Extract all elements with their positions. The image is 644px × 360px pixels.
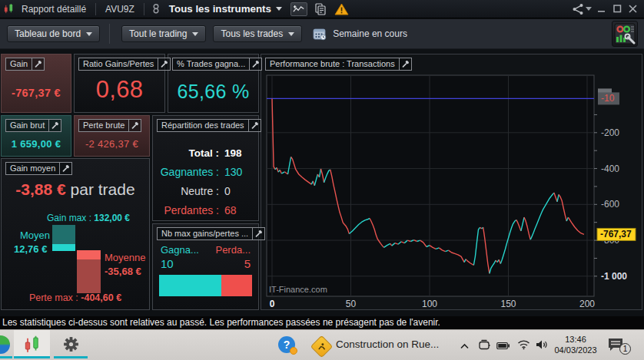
trading-scope-dropdown[interactable]: Tout le trading <box>121 25 206 42</box>
chevron-down-icon <box>86 32 92 36</box>
avg-gain-header[interactable]: Gain moyen <box>5 162 72 175</box>
instruments-dropdown-label: Tous les instruments <box>169 3 271 15</box>
avg-loss-label: Moyenne <box>105 252 145 263</box>
dashboard-dropdown-label: Tableau de bord <box>15 28 81 39</box>
distribution-header[interactable]: Répartition des trades <box>157 119 261 132</box>
battery-icon[interactable] <box>496 340 510 354</box>
ratio-panel-header[interactable]: Ratio Gains/Pertes <box>78 58 171 71</box>
wifi-icon[interactable] <box>517 339 530 353</box>
pct-winning-panel-header[interactable]: % Trades gagna... <box>172 58 262 71</box>
chevron-down-icon <box>276 7 282 11</box>
svg-text:-600: -600 <box>601 199 619 210</box>
chart-header[interactable]: Performance brute : Transactions <box>265 58 412 71</box>
wrench-icon[interactable] <box>248 120 261 131</box>
gain-panel: Gain -767,37 € <box>1 54 71 113</box>
gross-loss-header[interactable]: Perte brute <box>78 119 141 132</box>
taskbar-trading-app[interactable] <box>14 330 50 358</box>
dashboard: Gain -767,37 € Ratio Gains/Pertes 0,68 %… <box>0 49 644 316</box>
warning-icon[interactable] <box>334 3 349 15</box>
trades-filter-label: Tous les trades <box>221 28 283 39</box>
minimize-button[interactable] <box>596 4 607 15</box>
row-name: Gagnantes : <box>161 163 219 182</box>
wrench-icon[interactable] <box>158 58 170 70</box>
wrench-icon[interactable] <box>59 163 71 174</box>
dashboard-dropdown[interactable]: Tableau de bord <box>7 25 100 42</box>
clock[interactable]: 13:46 04/03/2023 <box>549 334 603 355</box>
svg-text:IT-Finance.com: IT-Finance.com <box>269 285 327 294</box>
avg-loss-value: -35,68 € <box>105 266 141 277</box>
gross-gain-title: Gain brut <box>6 120 48 131</box>
gross-gain-header[interactable]: Gain brut <box>5 119 61 132</box>
notification-text[interactable]: Construction on Rue... <box>336 339 439 350</box>
max-streak-header[interactable]: Nb max gains/pertes ... <box>157 227 265 240</box>
instrument-code[interactable]: AVU9Z <box>101 4 139 15</box>
row-name: Perdantes : <box>164 201 219 220</box>
row-name: Total : <box>189 144 220 163</box>
distribution-row-total: Total : 198 <box>153 144 251 163</box>
wrench-icon[interactable] <box>32 58 44 70</box>
title-bar: Rapport détaillé AVU9Z Tous les instrume… <box>0 0 644 18</box>
max-streak-panel: Nb max gains/pertes ... Gagna... Perda..… <box>152 223 259 310</box>
wrench-icon[interactable] <box>48 120 61 131</box>
gross-gain-value: 1 659,00 € <box>2 138 71 150</box>
row-name: Neutre : <box>181 182 219 201</box>
svg-text:50: 50 <box>346 299 357 309</box>
avg-gain-panel: Gain moyen -3,88 € par trade Gain max : … <box>1 158 150 310</box>
svg-text:-200: -200 <box>601 127 619 138</box>
streak-win-label: Gagna... <box>161 244 199 256</box>
max-streak-bar <box>159 275 252 296</box>
add-chart-button[interactable] <box>290 2 307 16</box>
speaker-icon[interactable] <box>536 339 549 353</box>
max-streak-title: Nb max gains/pertes ... <box>158 228 252 239</box>
meet-now-icon[interactable] <box>478 339 491 354</box>
gross-loss-title: Perte brute <box>79 120 128 131</box>
gain-max-label: Gain max : <box>47 213 91 223</box>
close-button[interactable] <box>627 4 638 15</box>
gain-max-line: Gain max : 132,00 € <box>2 213 149 223</box>
gear-icon <box>62 335 80 353</box>
construction-icon[interactable] <box>311 337 331 355</box>
wrench-icon[interactable] <box>249 58 261 70</box>
max-streak-loss-bar <box>221 275 252 296</box>
notification-icon[interactable]: 1 <box>607 337 624 352</box>
wrench-icon[interactable] <box>128 120 141 131</box>
ratio-panel: Ratio Gains/Pertes 0,68 <box>74 54 165 113</box>
loss-max-line: Perte max : -404,60 € <box>2 292 149 303</box>
maximize-button[interactable] <box>612 4 622 15</box>
gross-gain-panel: Gain brut 1 659,00 € <box>1 115 71 157</box>
taskbar-settings-app[interactable] <box>54 330 88 358</box>
wrench-icon[interactable] <box>252 228 264 239</box>
status-bar: Les statistiques ci-dessus sont relative… <box>0 316 644 329</box>
row-value: 68 <box>224 201 251 220</box>
taskbar-app-partial[interactable] <box>0 330 12 358</box>
chevron-up-icon[interactable] <box>460 340 470 354</box>
help-icon[interactable]: ? <box>278 336 295 353</box>
avg-win-bar-highlight <box>52 244 75 251</box>
equity-curve-chart[interactable]: -200-400-600-800-1 000-10-767,3705010015… <box>261 54 642 309</box>
candlestick-icon <box>23 335 41 354</box>
row-value: 0 <box>224 182 251 201</box>
svg-text:-400: -400 <box>601 163 619 174</box>
active-underline <box>0 356 12 358</box>
help-badge <box>290 347 297 355</box>
instruments-dropdown[interactable]: Tous les instruments <box>163 3 288 15</box>
divider <box>144 3 144 15</box>
distribution-rows: Total : 198 Gagnantes : 130 Neutre : 0 P… <box>153 144 251 220</box>
distribution-panel: Répartition des trades Total : 198 Gagna… <box>152 115 259 221</box>
dashboard-settings-button[interactable] <box>612 21 638 47</box>
active-underline <box>54 356 88 358</box>
candlestick-app-icon <box>0 3 17 15</box>
streak-loss-value: 5 <box>244 257 251 270</box>
wrench-icon[interactable] <box>399 58 411 70</box>
trades-filter-dropdown[interactable]: Tous les trades <box>213 25 302 42</box>
streak-win-value: 10 <box>161 257 174 270</box>
copy-report-button[interactable] <box>312 2 329 16</box>
share-button[interactable] <box>572 3 592 15</box>
ratio-value: 0,68 <box>75 76 164 104</box>
gain-panel-header[interactable]: Gain <box>5 58 45 71</box>
distribution-row-neutral: Neutre : 0 <box>153 182 251 201</box>
application-window: Rapport détaillé AVU9Z Tous les instrume… <box>0 0 644 360</box>
calendar-icon[interactable] <box>313 28 327 41</box>
avg-gain-value: -3,88 € <box>15 180 65 198</box>
link-icon[interactable] <box>149 4 163 14</box>
